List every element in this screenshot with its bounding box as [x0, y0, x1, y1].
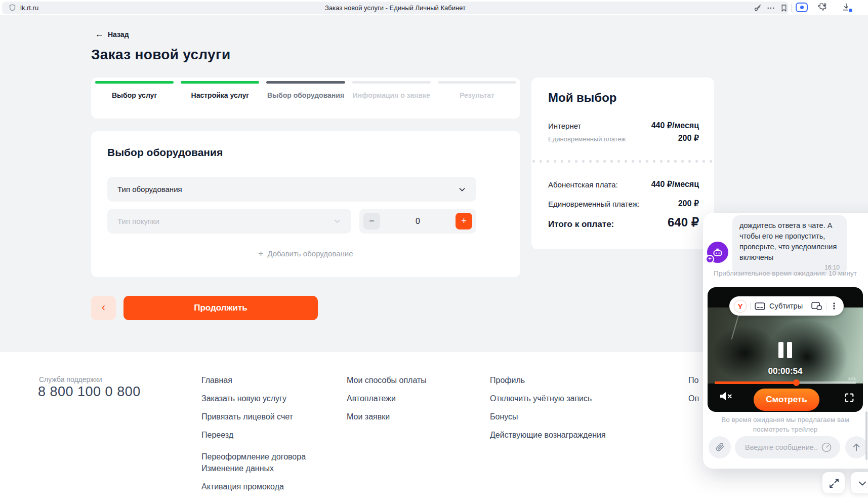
passwords-key-icon[interactable]: [753, 4, 762, 13]
quantity-value: 0: [390, 209, 446, 234]
summary-title: Мой выбор: [548, 91, 616, 105]
step-progress-bar: [438, 81, 516, 84]
download-badge: [848, 8, 853, 13]
footer-link[interactable]: Мои способы оплаты: [347, 376, 427, 385]
send-button[interactable]: [845, 436, 867, 458]
add-equipment-link[interactable]: +Добавить оборудование: [91, 249, 520, 259]
video-duration: 1:01: [848, 376, 856, 381]
step-progress-bar: [266, 81, 345, 84]
browser-bar: lk.rt.ru Заказ новой услуги - Единый Лич…: [0, 0, 868, 15]
chevron-down-icon: [334, 217, 341, 225]
screen: lk.rt.ru Заказ новой услуги - Единый Лич…: [0, 0, 868, 500]
decrease-button[interactable]: −: [363, 213, 380, 229]
plus-icon: +: [258, 249, 263, 258]
video-timestamp: 00:00:54: [708, 366, 863, 376]
summary-total-row: Итого к оплате:640 ₽: [548, 219, 699, 229]
footer-link[interactable]: Бонусы: [490, 412, 518, 421]
dotted-divider: [532, 160, 713, 163]
equipment-card: Выбор оборудования Тип оборудования Тип …: [91, 131, 520, 277]
more-icon[interactable]: [766, 4, 775, 13]
footer-link[interactable]: По: [688, 376, 698, 385]
footer-link[interactable]: Заказать новую услугу: [201, 394, 286, 403]
step-equipment-selection[interactable]: Выбор оборудования: [266, 81, 345, 119]
footer-link[interactable]: Переезд: [201, 431, 233, 440]
summary-row: Интернет440 ₽/месяц: [548, 122, 699, 131]
yandex-logo-icon[interactable]: Y: [734, 300, 746, 312]
purchase-type-select: Тип покупки: [107, 209, 351, 234]
extensions-puzzle-icon[interactable]: [817, 2, 827, 12]
collapse-chat-button[interactable]: [850, 472, 868, 494]
step-request-info: Информация о заявке: [352, 81, 431, 119]
chevron-down-icon: [856, 477, 868, 489]
bot-avatar: +: [707, 242, 728, 263]
footer-link[interactable]: Изменение данных: [201, 464, 274, 473]
support-phone[interactable]: 8 800 100 0 800: [38, 384, 141, 400]
expand-chat-button[interactable]: [822, 472, 845, 494]
toolbar-divider: [826, 302, 826, 310]
back-link[interactable]: ←Назад: [95, 29, 129, 40]
fullscreen-icon[interactable]: [844, 392, 855, 403]
chat-panel: дождитесь ответа в чате. А чтобы его не …: [703, 213, 868, 469]
support-label: Служба поддержки: [39, 375, 102, 383]
equipment-type-select[interactable]: Тип оборудования: [107, 177, 476, 202]
chat-message-bubble: дождитесь ответа в чате. А чтобы его не …: [732, 215, 847, 275]
subtitles-label[interactable]: Субтитры: [769, 302, 803, 310]
mute-icon[interactable]: [719, 390, 733, 402]
tab-title: Заказ новой услуги - Единый Личный Кабин…: [2, 4, 789, 12]
step-progress-bar: [95, 81, 174, 84]
kebab-menu-icon[interactable]: [831, 302, 838, 310]
scrollbar-thumb[interactable]: [865, 411, 867, 460]
send-arrow-icon: [851, 442, 862, 453]
step-service-setup[interactable]: Настройка услуг: [181, 81, 259, 119]
video-player[interactable]: Y Субтитры 00:00:54 1:01 Смотреть: [708, 287, 863, 412]
chevron-down-icon: [458, 185, 466, 194]
wait-time-text: Приблизительное время ожидания: 10 минут: [708, 270, 863, 277]
summary-row: Единовременный платеж:200 ₽: [548, 200, 699, 209]
attach-button[interactable]: [709, 436, 731, 458]
tab-preview-icon[interactable]: [796, 3, 808, 12]
chevron-left-icon: ‹: [102, 301, 105, 314]
footer-link[interactable]: Привязать лицевой счет: [201, 412, 293, 421]
chat-message-text: дождитесь ответа в чате. А чтобы его не …: [739, 220, 840, 263]
footer-link[interactable]: Действующие вознаграждения: [490, 431, 606, 440]
footer-link[interactable]: Переоформление договора: [201, 452, 306, 461]
footer-link[interactable]: Профиль: [490, 376, 525, 385]
video-progressbar[interactable]: 1:01: [715, 381, 856, 384]
step-progress-bar: [181, 81, 259, 84]
progress-thumb[interactable]: [793, 379, 800, 386]
continue-button[interactable]: Продолжить: [123, 296, 318, 320]
footer-link[interactable]: Активация промокода: [201, 482, 284, 491]
step-progress-bar: [352, 81, 431, 84]
footer-link[interactable]: Мои заявки: [347, 412, 390, 421]
plus-badge: +: [706, 255, 714, 263]
bookmark-icon[interactable]: [779, 4, 789, 13]
back-label: Назад: [108, 30, 129, 39]
prev-step-button[interactable]: ‹: [91, 296, 116, 320]
trailer-hint: Во время ожидания мы предлагаем вам посм…: [708, 415, 863, 434]
footer-link[interactable]: Главная: [201, 376, 232, 385]
toolbar-divider: [750, 302, 751, 310]
step-service-selection[interactable]: Выбор услуг: [95, 81, 174, 119]
summary-row: Абонентская плата:440 ₽/месяц: [548, 180, 699, 189]
subtitles-icon: [755, 302, 765, 310]
address-bar[interactable]: lk.rt.ru Заказ новой услуги - Единый Лич…: [2, 2, 789, 14]
pause-icon[interactable]: [778, 342, 794, 358]
steps-card: Выбор услуг Настройка услуг Выбор оборуд…: [91, 78, 520, 119]
toolbar-divider: [807, 302, 807, 310]
watch-button[interactable]: Смотреть: [754, 389, 819, 411]
footer-link[interactable]: Оп: [688, 394, 699, 403]
page-title: Заказ новой услуги: [91, 47, 230, 63]
select-value: Тип оборудования: [117, 185, 182, 194]
pip-icon[interactable]: [811, 302, 822, 311]
step-result: Результат: [438, 81, 516, 119]
quantity-stepper: − 0 +: [359, 209, 476, 234]
increase-button[interactable]: +: [456, 213, 472, 229]
equipment-title: Выбор оборудования: [107, 146, 223, 159]
back-arrow-icon: ←: [95, 29, 104, 39]
footer-link[interactable]: Автоплатежи: [347, 394, 396, 403]
paperclip-icon: [714, 442, 725, 453]
footer-link[interactable]: Отключить учётную запись: [490, 394, 592, 403]
timer-icon[interactable]: [820, 441, 833, 453]
summary-row: Единовременный платеж200 ₽: [548, 134, 699, 143]
toolbar-divider: [791, 4, 792, 12]
